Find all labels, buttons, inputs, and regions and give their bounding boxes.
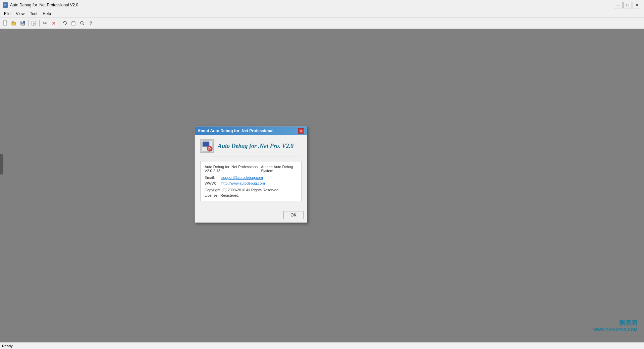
- toolbar-separator-2: [39, 20, 40, 27]
- dialog-email-label: Email:: [205, 176, 221, 180]
- title-bar: D Auto Debug for .Net Professional V2.0 …: [0, 0, 644, 10]
- toolbar-save-button[interactable]: [19, 19, 27, 27]
- toolbar-cut-button[interactable]: ✂: [41, 19, 49, 27]
- dialog-info-area: Auto Debug for .Net Professional V2.0.2.…: [200, 161, 302, 201]
- dialog-copyright: Copyright (C) 2003-2016 All Rights Reser…: [205, 188, 297, 192]
- toolbar-delete-button[interactable]: ✕: [50, 19, 58, 27]
- toolbar-new-button[interactable]: [1, 19, 9, 27]
- toolbar-refresh-button[interactable]: [61, 19, 69, 27]
- menu-file[interactable]: File: [1, 11, 13, 17]
- toolbar-search-button[interactable]: [78, 19, 86, 27]
- dialog-app-icon: D: [200, 139, 214, 153]
- svg-rect-6: [21, 21, 23, 22]
- workspace: About Auto Debug for .Net Professional ✕…: [0, 29, 644, 342]
- menu-view[interactable]: View: [13, 11, 27, 17]
- dialog-author-text: Author: Auto Debug System: [261, 165, 297, 173]
- toolbar-export-button[interactable]: [30, 19, 38, 27]
- dialog-license: License : Registered.: [205, 193, 297, 197]
- svg-point-12: [80, 21, 83, 24]
- ok-button[interactable]: OK: [283, 211, 304, 219]
- dialog-content: D Auto Debug for .Net Pro. V2.0 Auto Deb…: [195, 135, 307, 209]
- toolbar-open-button[interactable]: [10, 19, 18, 27]
- refresh-icon: [62, 20, 67, 26]
- dialog-version-text: Auto Debug for .Net Professional V2.0.2.…: [205, 165, 261, 173]
- toolbar: ✂ ✕ ?: [0, 17, 644, 29]
- toolbar-separator-1: [28, 20, 29, 27]
- dialog-version-row: Auto Debug for .Net Professional V2.0.2.…: [205, 165, 297, 173]
- export-icon: [31, 20, 37, 26]
- toolbar-clipboard-button[interactable]: [69, 19, 77, 27]
- dialog-www-label: WWW:: [205, 181, 221, 185]
- dialog-www-link[interactable]: http://www.autodebug.com: [221, 181, 265, 185]
- menu-tool[interactable]: Tool: [27, 11, 40, 17]
- svg-rect-11: [72, 21, 74, 22]
- toolbar-separator-3: [59, 20, 59, 27]
- svg-text:D: D: [4, 4, 6, 7]
- status-bar: Ready: [0, 342, 644, 349]
- svg-rect-8: [32, 21, 35, 25]
- menu-bar: File View Tool Help: [0, 10, 644, 17]
- dialog-header: D Auto Debug for .Net Pro. V2.0: [200, 139, 302, 156]
- watermark-line2: WWW.CHINAPYG.COM: [593, 328, 637, 332]
- close-button[interactable]: ✕: [633, 2, 641, 8]
- dialog-title: About Auto Debug for .Net Professional: [198, 129, 273, 133]
- svg-rect-7: [21, 23, 24, 25]
- watermark-line1: 飘雲阁: [593, 319, 637, 327]
- window-controls: — □ ✕: [614, 2, 641, 8]
- svg-line-13: [83, 24, 84, 25]
- svg-text:D: D: [208, 147, 211, 151]
- new-icon: [3, 20, 8, 26]
- open-icon: [11, 20, 17, 26]
- dialog-www-row: WWW: http://www.autodebug.com: [205, 181, 297, 185]
- dialog-email-row: Email: support@autodebug.com: [205, 176, 297, 180]
- window-title: Auto Debug for .Net Professional V2.0: [10, 3, 614, 7]
- maximize-button[interactable]: □: [623, 2, 632, 8]
- side-panel[interactable]: [0, 154, 3, 174]
- dialog-footer: OK: [195, 209, 307, 222]
- dialog-app-title: Auto Debug for .Net Pro. V2.0: [218, 143, 293, 150]
- clipboard-icon: [71, 20, 76, 26]
- dialog-email-link[interactable]: support@autodebug.com: [221, 176, 263, 180]
- status-text: Ready: [2, 344, 13, 348]
- about-dialog: About Auto Debug for .Net Professional ✕…: [195, 126, 307, 223]
- menu-help[interactable]: Help: [40, 11, 54, 17]
- minimize-button[interactable]: —: [614, 2, 623, 8]
- watermark: 飘雲阁 WWW.CHINAPYG.COM: [593, 319, 637, 332]
- app-icon: D: [3, 2, 8, 8]
- search-icon: [79, 20, 85, 26]
- dialog-title-bar: About Auto Debug for .Net Professional ✕: [195, 127, 307, 135]
- toolbar-help-button[interactable]: ?: [87, 19, 95, 27]
- save-icon: [20, 20, 25, 26]
- svg-rect-4: [12, 21, 14, 22]
- dialog-close-button[interactable]: ✕: [298, 128, 304, 134]
- svg-rect-16: [203, 142, 209, 146]
